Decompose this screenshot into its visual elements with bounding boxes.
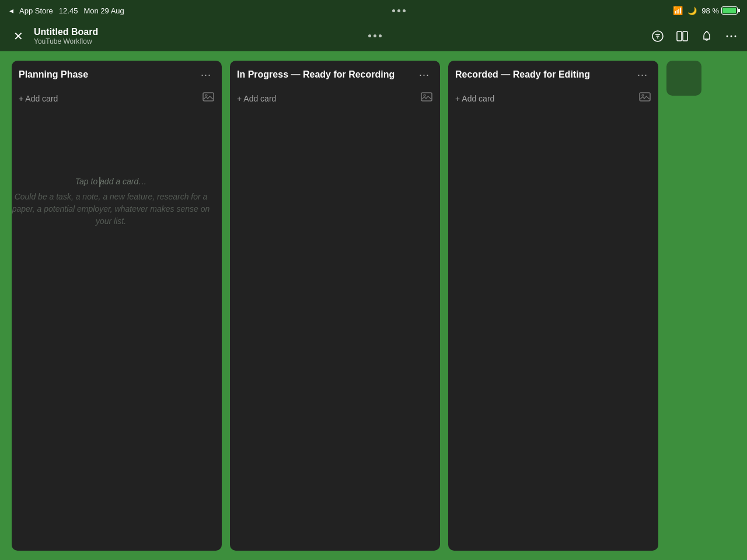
svg-point-13 — [424, 94, 425, 96]
moon-icon: 🌙 — [687, 6, 697, 15]
list-planning-menu[interactable]: ··· — [197, 68, 215, 82]
list-recorded-header: Recorded — Ready for Editing ··· — [455, 68, 651, 82]
list-partial — [666, 61, 701, 96]
list-planning-title: Planning Phase — [19, 69, 197, 81]
list-recorded-add-card-row: + Add card — [455, 88, 651, 108]
status-left: ◂ App Store 12.45 Mon 29 Aug — [9, 6, 124, 15]
svg-rect-10 — [203, 93, 214, 101]
close-button[interactable]: ✕ — [9, 27, 27, 45]
battery-percent: 98 % — [701, 6, 719, 15]
time-label: 12.45 — [59, 6, 78, 15]
board-title: Untitled Board — [34, 27, 98, 37]
nav-left: ✕ Untitled Board YouTube Workflow — [9, 27, 98, 46]
center-dot-3 — [379, 34, 382, 37]
svg-rect-4 — [677, 32, 682, 41]
more-options-icon[interactable] — [725, 30, 738, 43]
add-card-in-progress-button[interactable]: + Add card — [237, 94, 276, 103]
svg-point-7 — [727, 35, 728, 37]
battery-bar — [721, 6, 738, 15]
list-recorded-title: Recorded — Ready for Editing — [455, 69, 634, 81]
board-view-icon[interactable] — [676, 30, 689, 43]
svg-rect-14 — [640, 93, 650, 101]
status-bar: ◂ App Store 12.45 Mon 29 Aug 📶 🌙 98 % — [0, 0, 747, 21]
svg-point-8 — [731, 35, 732, 37]
add-card-planning-button[interactable]: + Add card — [19, 94, 58, 103]
list-in-progress-add-card-row: + Add card — [237, 88, 433, 108]
battery-container: 98 % — [701, 6, 738, 15]
board-subtitle: YouTube Workflow — [34, 37, 98, 46]
image-icon-in-progress[interactable] — [420, 90, 433, 106]
battery-fill — [722, 8, 736, 13]
status-center-dots — [392, 9, 406, 12]
svg-point-11 — [205, 94, 207, 96]
notifications-icon[interactable] — [700, 30, 713, 43]
list-recorded: Recorded — Ready for Editing ··· + Add c… — [448, 61, 658, 551]
svg-rect-5 — [683, 32, 687, 41]
board-info: Untitled Board YouTube Workflow — [34, 27, 98, 46]
nav-right — [651, 30, 738, 43]
list-planning: Planning Phase ··· + Add card — [12, 61, 222, 551]
list-in-progress-title: In Progress — Ready for Recording — [237, 69, 416, 81]
wifi-icon: 📶 — [673, 6, 683, 15]
text-caret — [99, 177, 100, 187]
nav-center — [368, 34, 382, 37]
add-card-recorded-button[interactable]: + Add card — [455, 94, 494, 103]
back-arrow-icon: ◂ — [9, 6, 13, 15]
list-planning-add-card-row: + Add card — [19, 88, 215, 108]
svg-rect-12 — [421, 93, 432, 101]
board-area: Planning Phase ··· + Add card Tap to add… — [0, 51, 747, 560]
svg-point-9 — [735, 35, 736, 37]
dot-3 — [403, 9, 406, 12]
list-recorded-menu[interactable]: ··· — [634, 68, 651, 82]
center-dot-2 — [374, 34, 376, 37]
list-in-progress: In Progress — Ready for Recording ··· + … — [230, 61, 440, 551]
dot-1 — [392, 9, 395, 12]
date-label: Mon 29 Aug — [83, 6, 124, 15]
svg-point-15 — [642, 94, 644, 96]
nav-bar: ✕ Untitled Board YouTube Workflow — [0, 21, 747, 51]
list-in-progress-menu[interactable]: ··· — [416, 68, 433, 82]
status-right: 📶 🌙 98 % — [673, 6, 738, 15]
center-dot-1 — [368, 34, 371, 37]
list-planning-header: Planning Phase ··· — [19, 68, 215, 82]
filter-icon[interactable] — [651, 30, 664, 43]
nav-center-dots — [368, 34, 382, 37]
image-icon-recorded[interactable] — [638, 90, 651, 106]
image-icon-planning[interactable] — [202, 90, 215, 106]
dot-2 — [397, 9, 400, 12]
list-in-progress-header: In Progress — Ready for Recording ··· — [237, 68, 433, 82]
app-store-label: App Store — [19, 6, 53, 15]
